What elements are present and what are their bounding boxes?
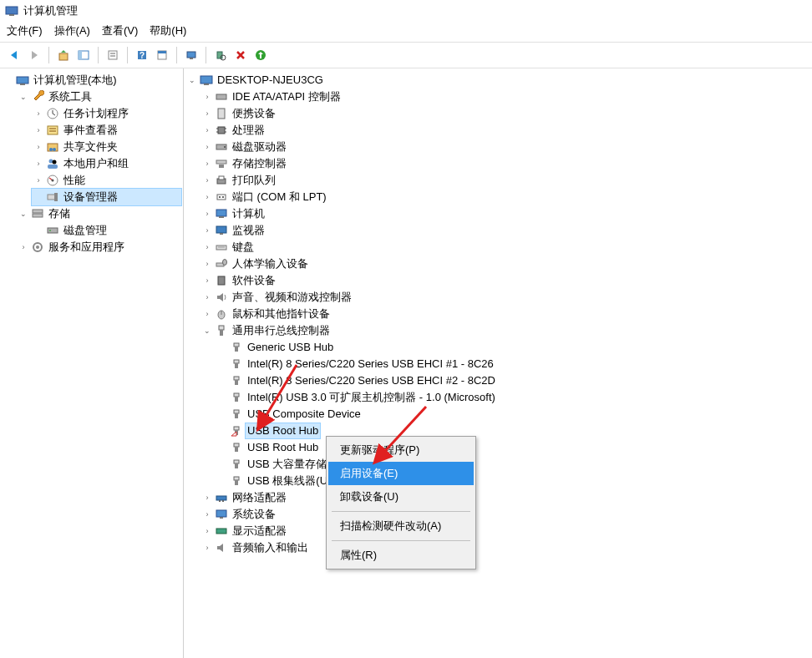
menu-action[interactable]: 操作(A) [54, 23, 90, 38]
menu-update-driver[interactable]: 更新驱动程序(P) [328, 438, 474, 462]
svg-rect-14 [158, 51, 166, 53]
system-tools-node[interactable]: ⌄ 系统工具 [17, 89, 181, 105]
svg-rect-79 [235, 347, 238, 352]
expand-icon[interactable]: › [33, 142, 43, 152]
software-dev-node[interactable]: ›软件设备 [200, 272, 810, 289]
disk-drive-node[interactable]: ›磁盘驱动器 [200, 139, 810, 155]
usb-disabled-icon [230, 424, 243, 438]
ide-node[interactable]: ›IDE ATA/ATAPI 控制器 [200, 89, 810, 105]
storage-node[interactable]: ⌄ 存储 [17, 205, 181, 222]
usb-item[interactable]: USB Root Hub [216, 439, 810, 456]
disk-icon [46, 224, 59, 237]
menu-view[interactable]: 查看(V) [102, 23, 138, 38]
svg-rect-29 [48, 144, 58, 151]
sound-node[interactable]: ›声音、视频和游戏控制器 [200, 289, 810, 306]
usb-item[interactable]: USB 根集线器(USB 3.0) [216, 473, 810, 489]
expand-icon[interactable]: › [33, 159, 43, 169]
svg-rect-1 [9, 14, 14, 16]
enable-button[interactable] [251, 46, 270, 64]
audio-io-node[interactable]: ›音频输入和输出 [200, 539, 810, 556]
svg-rect-26 [48, 126, 58, 134]
menu-help[interactable]: 帮助(H) [150, 23, 186, 38]
print-queue-node[interactable]: ›打印队列 [200, 172, 810, 189]
menu-separator [332, 511, 470, 512]
menu-scan-hardware[interactable]: 扫描检测硬件改动(A) [328, 514, 474, 538]
svg-rect-58 [219, 164, 224, 168]
mouse-node[interactable]: ›鼠标和其他指针设备 [200, 306, 810, 322]
expand-icon[interactable]: › [18, 242, 28, 252]
svg-rect-48 [216, 94, 226, 99]
usb-item[interactable]: Generic USB Hub [216, 339, 810, 356]
svg-rect-84 [234, 393, 239, 397]
usb-item[interactable]: Intel(R) 8 Series/C220 Series USB EHCI #… [216, 372, 810, 389]
svg-rect-49 [218, 109, 225, 119]
panel-button[interactable] [153, 46, 171, 64]
back-button[interactable] [5, 46, 23, 64]
svg-rect-42 [48, 228, 58, 233]
usb-root-hub-disabled[interactable]: USB Root Hub [216, 423, 810, 439]
forward-button[interactable] [25, 46, 43, 64]
expand-icon[interactable]: › [33, 175, 43, 185]
performance-node[interactable]: ›性能 [32, 172, 181, 189]
svg-rect-88 [234, 427, 239, 430]
cpu-node[interactable]: ›处理器 [200, 122, 810, 139]
display-adapter-node[interactable]: ›显示适配器 [200, 523, 810, 539]
menu-separator [332, 540, 470, 541]
help-button[interactable]: ? [133, 46, 151, 64]
monitor-button[interactable] [182, 46, 200, 64]
monitor-node[interactable]: ›监视器 [200, 222, 810, 239]
usb-icon [230, 407, 243, 421]
local-users-node[interactable]: ›本地用户和组 [32, 155, 181, 172]
shared-folders-node[interactable]: ›共享文件夹 [32, 139, 181, 155]
svg-rect-92 [235, 447, 238, 452]
svg-rect-47 [204, 84, 209, 85]
collapse-icon[interactable]: ⌄ [187, 75, 197, 85]
remove-button[interactable] [231, 46, 250, 64]
expand-icon[interactable]: › [33, 109, 43, 119]
storage-ctrl-node[interactable]: ›存储控制器 [200, 155, 810, 172]
svg-rect-40 [33, 210, 43, 213]
computer-node[interactable]: ›计算机 [200, 205, 810, 222]
menu-file[interactable]: 文件(F) [7, 23, 43, 38]
usb-item[interactable]: Intel(R) 8 Series/C220 Series USB EHCI #… [216, 356, 810, 372]
collapse-icon[interactable]: ⌄ [202, 326, 212, 336]
disk-mgmt-node[interactable]: 磁盘管理 [32, 222, 181, 239]
keyboard-node[interactable]: ›键盘 [200, 239, 810, 256]
svg-rect-96 [235, 480, 238, 485]
usb-item[interactable]: USB 大容量存储设备 [216, 456, 810, 473]
collapse-icon[interactable]: ⌄ [18, 209, 28, 219]
properties-button[interactable] [104, 46, 122, 64]
show-hide-button[interactable] [74, 46, 93, 64]
collapse-icon[interactable]: ⌄ [18, 92, 28, 102]
expand-icon[interactable]: › [33, 125, 43, 135]
device-root-node[interactable]: ⌄ DESKTOP-NJEU3CG [185, 72, 810, 89]
speaker-icon [215, 291, 228, 304]
usb-item[interactable]: USB Composite Device [216, 406, 810, 423]
network-node[interactable]: ›网络适配器 [200, 489, 810, 506]
ports-icon [215, 190, 228, 204]
usb-icon [230, 341, 243, 354]
usb-icon [230, 391, 243, 404]
task-scheduler-node[interactable]: ›任务计划程序 [32, 105, 181, 122]
svg-rect-61 [217, 195, 226, 200]
menu-enable-device[interactable]: 启用设备(E) [328, 462, 474, 485]
root-node[interactable]: 计算机管理(本地) [2, 72, 181, 89]
usb-ctrl-node[interactable]: ⌄通用串行总线控制器 [200, 322, 810, 339]
scan-button[interactable] [211, 46, 230, 64]
device-manager-node[interactable]: 设备管理器 [32, 189, 181, 205]
event-viewer-node[interactable]: ›事件查看器 [32, 122, 181, 139]
performance-icon [46, 174, 59, 187]
usb-item[interactable]: Intel(R) USB 3.0 可扩展主机控制器 - 1.0 (Microso… [216, 389, 810, 406]
svg-rect-95 [234, 477, 239, 480]
svg-rect-100 [216, 510, 226, 517]
menu-uninstall-device[interactable]: 卸载设备(U) [328, 485, 474, 509]
portable-node[interactable]: ›便携设备 [200, 105, 810, 122]
services-apps-node[interactable]: ›服务和应用程序 [17, 239, 181, 256]
ports-node[interactable]: ›端口 (COM 和 LPT) [200, 189, 810, 205]
menu-properties[interactable]: 属性(R) [328, 544, 474, 567]
up-button[interactable] [54, 46, 73, 64]
monitor-icon [215, 224, 228, 237]
hid-node[interactable]: ›人体学输入设备 [200, 256, 810, 272]
sys-dev-node[interactable]: ›系统设备 [200, 506, 810, 523]
disk-drive-icon [215, 140, 228, 154]
